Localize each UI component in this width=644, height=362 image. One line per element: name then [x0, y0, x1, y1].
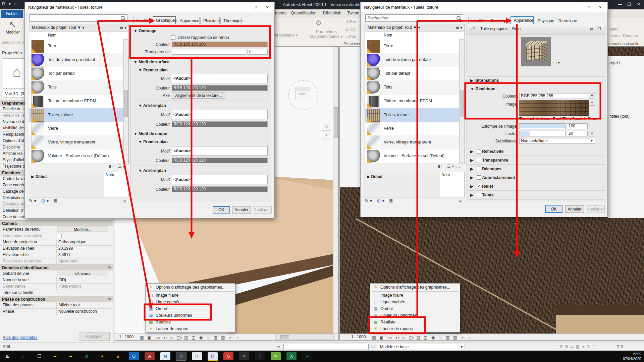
split-view-icon[interactable]: ◧: [109, 164, 113, 169]
property-row[interactable]: Nom de la vue{3D}: [0, 277, 113, 284]
coordonnees-item[interactable]: ∠ Co: [345, 27, 355, 32]
menu-item-realiste[interactable]: ▩Réaliste: [146, 319, 235, 325]
material-row[interactable]: Verre: [365, 122, 464, 136]
close-icon[interactable]: ✕: [595, 4, 605, 11]
image-texture[interactable]: [519, 100, 589, 116]
excel-icon[interactable]: X: [286, 352, 297, 360]
crop-visibility-icon[interactable]: ▤: [183, 335, 189, 341]
collapse-bar-icon[interactable]: ‹: [467, 335, 473, 341]
viewcube[interactable]: AVANT: [288, 80, 319, 111]
column-header-nom[interactable]: Nom: [365, 32, 464, 39]
home-icon[interactable]: ⌂: [14, 1, 17, 6]
property-row[interactable]: Titre sur la feuille: [0, 290, 113, 296]
temporary-hide-icon[interactable]: ◉: [198, 335, 204, 341]
section-relief[interactable]: ▶✓Relief: [467, 182, 605, 191]
visual-style-icon[interactable]: ▣: [147, 335, 152, 341]
app-menu-icon[interactable]: ▾: [8, 1, 11, 6]
shadows-icon[interactable]: ◑✕: [161, 335, 167, 341]
ribbon-tab-fichier[interactable]: Fichier: [1, 10, 23, 18]
gray-color-swatch[interactable]: RGB 120 120 120: [172, 121, 268, 127]
group-camera[interactable]: Caméra: [0, 220, 113, 226]
lustre-value[interactable]: 20: [567, 131, 588, 136]
scale-button[interactable]: 1 : 1000: [119, 334, 133, 340]
select-label[interactable]: Sélectionner ▾: [1, 40, 25, 45]
tab-physique[interactable]: Physique: [200, 17, 220, 24]
menu-item-ligne-cachee[interactable]: ▢Ligne cachée: [370, 299, 460, 305]
material-row[interactable]: Toiture, membrane EPDM: [29, 94, 128, 108]
material-row[interactable]: Toit par défaut: [365, 67, 464, 81]
materials-header[interactable]: Matériaux du projet: Tout ▼ ▾ ☰ ▾: [365, 24, 465, 31]
property-row[interactable]: Gabarit de vue<Aucun>: [0, 270, 113, 277]
reveal-hidden-icon[interactable]: ○: [438, 335, 443, 341]
property-row[interactable]: Paramètres de renduModifier...: [0, 226, 113, 233]
emplacement-item[interactable]: ⊕ Em: [345, 19, 356, 24]
expand-icon[interactable]: ⌄⌄: [454, 164, 461, 169]
tab-graphiques[interactable]: Graphiques: [153, 16, 176, 24]
section-ombrage[interactable]: ▼ Ombrage: [133, 28, 156, 33]
material-row-selected[interactable]: Tuiles, toiture: [365, 108, 464, 122]
material-row-selected[interactable]: Tuiles, toiture: [29, 108, 128, 122]
motif-field[interactable]: <Aucun>: [172, 74, 268, 83]
swap-asset-icon[interactable]: ⇄: [590, 26, 593, 31]
outlook-icon[interactable]: O: [129, 352, 139, 360]
material-row[interactable]: Volume - Surface du sol (Défaut): [29, 149, 128, 163]
gray-color-swatch[interactable]: RGB 120 120 120: [172, 158, 268, 163]
manage-library-icon[interactable]: ✎ ▾: [365, 198, 372, 203]
firefox-icon[interactable]: ●: [97, 352, 107, 360]
search-icon[interactable]: [457, 16, 461, 20]
property-row[interactable]: Orientation verrouillée: [0, 233, 113, 239]
tab-thermique[interactable]: Thermique: [555, 17, 576, 24]
position-item[interactable]: ⌂ Pos: [345, 34, 356, 39]
create-material-icon[interactable]: ⊕ ▾: [377, 198, 385, 203]
subsection-premier-plan[interactable]: ▼ Premier plan: [138, 68, 168, 72]
detail-level-icon[interactable]: ▦: [139, 335, 145, 341]
motif-field[interactable]: <Aucun>: [172, 110, 268, 119]
section-transparence[interactable]: ▶Transparence: [467, 156, 605, 165]
estompe-slider[interactable]: [519, 123, 566, 129]
section-decoupes[interactable]: ▶Découpes: [467, 164, 605, 173]
navisworks-icon[interactable]: N: [160, 352, 170, 360]
detail-level-icon[interactable]: ▦: [371, 335, 377, 341]
render-icon[interactable]: ♨: [169, 335, 174, 341]
tab-apparence[interactable]: Apparence: [177, 17, 200, 24]
image-dropdown[interactable]: ▼: [589, 100, 595, 106]
cancel-button[interactable]: Annuler: [232, 206, 251, 214]
menu-item-realiste[interactable]: ▩Réaliste: [370, 319, 460, 325]
image-filename[interactable]: Thermal_Moisture.Roof.Tiles.Spanish.Brow…: [519, 117, 600, 121]
vlc-icon[interactable]: ▲: [113, 352, 123, 360]
decoupes-checkbox[interactable]: [477, 167, 481, 171]
search-icon[interactable]: [121, 16, 125, 20]
tab-identite[interactable]: Identité: [133, 17, 152, 24]
material-row[interactable]: Verre, vitrage transparent: [365, 135, 464, 149]
menu-item-lancer-de-rayons[interactable]: ☀Lancer de rayons: [146, 325, 235, 332]
design-option-select[interactable]: Modèle de base▼: [378, 344, 465, 349]
ribbon-tab-fragment[interactable]: ments: [275, 11, 286, 15]
orientation-checkbox[interactable]: [57, 234, 62, 238]
subsection-premier-plan[interactable]: ▼ Premier plan: [138, 139, 168, 144]
section-generique[interactable]: ▼ Générique: [470, 86, 495, 91]
subsection-arriere-plan[interactable]: ▼ Arrière-plan: [138, 103, 166, 108]
estompe-value[interactable]: 100: [567, 123, 588, 129]
vertical-scrollbar[interactable]: [333, 47, 338, 335]
motif-field[interactable]: <Aucun>: [172, 175, 268, 184]
manage-library-icon[interactable]: ✎ ▾: [29, 198, 37, 203]
property-row[interactable]: PhaseNouvelle construction: [0, 308, 113, 315]
ok-button[interactable]: OK: [545, 205, 562, 213]
material-row[interactable]: Toits: [29, 80, 128, 95]
material-row[interactable]: Verre, vitrage transparent: [29, 135, 128, 149]
group-phase[interactable]: Phase de construction^^: [0, 296, 113, 302]
tab-identite[interactable]: Identité: [468, 17, 487, 24]
cancel-button[interactable]: Annuler: [565, 205, 584, 213]
transparence-checkbox[interactable]: [477, 158, 481, 162]
list-view-icon[interactable]: ☰ ▾: [120, 24, 126, 31]
material-row[interactable]: Terre: [29, 39, 128, 53]
modify-button[interactable]: ↖ Modifier: [3, 19, 22, 38]
properties-apply-button[interactable]: Appliquer: [79, 333, 110, 341]
task-view-icon[interactable]: ❐: [34, 352, 44, 360]
tab-thermique[interactable]: Thermique: [220, 17, 242, 24]
menu-item-ligne-cachee[interactable]: ▢Ligne cachée: [146, 299, 235, 305]
property-row[interactable]: Elévation cible3.4917: [0, 252, 113, 258]
displaced-elements-icon[interactable]: ▨: [220, 335, 226, 341]
extra-settings-button[interactable]: Paramètres supplémentaires ▾: [308, 29, 345, 39]
dynamo-label-fragment[interactable]: namo: [608, 27, 619, 32]
